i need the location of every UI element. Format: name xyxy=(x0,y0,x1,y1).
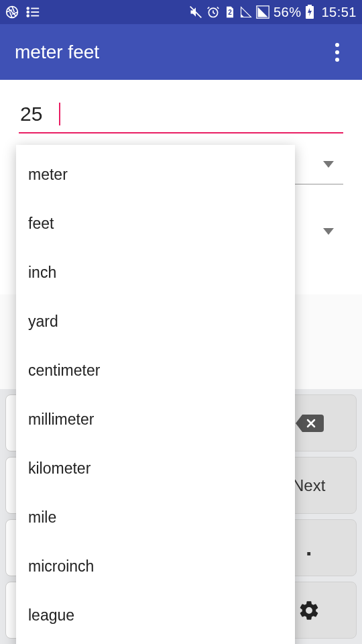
list-icon xyxy=(25,5,40,19)
dropdown-option[interactable]: microinch xyxy=(16,542,295,591)
backspace-icon xyxy=(294,413,324,433)
status-right: 2 56% 15:51 xyxy=(189,5,357,20)
dropdown-option[interactable]: inch xyxy=(16,248,295,297)
battery-percent: 56% xyxy=(274,5,302,20)
svg-point-3 xyxy=(27,11,29,13)
dropdown-option[interactable]: millimeter xyxy=(16,395,295,444)
dropdown-option[interactable]: yard xyxy=(16,297,295,346)
dropdown-option[interactable]: kilometer xyxy=(16,444,295,493)
app-bar: meter feet xyxy=(0,24,362,80)
status-left xyxy=(5,5,40,19)
svg-rect-12 xyxy=(308,5,312,6)
signal-weak-icon xyxy=(240,6,252,18)
gear-icon xyxy=(298,599,320,622)
alarm-icon xyxy=(206,5,220,19)
status-bar: 2 56% 15:51 xyxy=(0,0,362,24)
unit-dropdown: meter feet inch yard centimeter millimet… xyxy=(16,145,295,644)
input-wrapper xyxy=(19,96,343,133)
dropdown-option[interactable]: centimeter xyxy=(16,346,295,395)
dropdown-option[interactable]: mile xyxy=(16,493,295,542)
appbar-title: meter feet xyxy=(15,42,99,63)
svg-point-5 xyxy=(27,15,29,17)
dropdown-option[interactable]: meter xyxy=(16,150,295,199)
clock-time: 15:51 xyxy=(321,5,357,20)
text-caret xyxy=(59,103,60,125)
aperture-icon xyxy=(5,5,19,19)
dropdown-option[interactable]: league xyxy=(16,591,295,640)
chevron-down-icon xyxy=(323,228,334,235)
dropdown-option[interactable]: feet xyxy=(16,199,295,248)
value-input[interactable] xyxy=(19,96,343,133)
overflow-menu-button[interactable] xyxy=(327,43,347,62)
svg-point-1 xyxy=(27,7,29,9)
sim-icon: 2 xyxy=(224,5,236,19)
signal-full-icon xyxy=(256,5,269,19)
mute-icon xyxy=(189,5,202,19)
svg-text:2: 2 xyxy=(228,9,232,16)
chevron-down-icon xyxy=(323,161,334,168)
battery-charging-icon xyxy=(305,5,314,19)
